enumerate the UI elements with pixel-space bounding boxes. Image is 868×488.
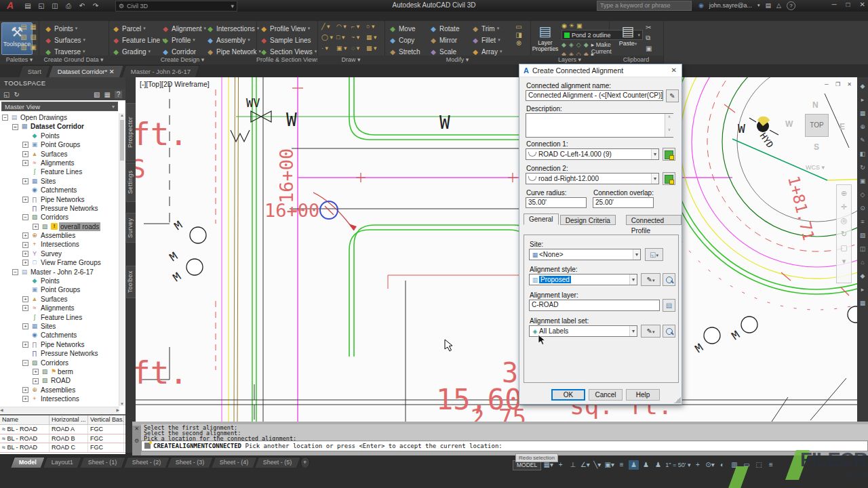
layout-tab-model[interactable]: Model [10, 457, 45, 468]
file-tab-dataset-corridor-[interactable]: Dataset Corridor* ✕ [48, 65, 124, 77]
strip-icon-11[interactable]: ▧ [860, 232, 866, 239]
pick-style-button[interactable] [663, 273, 675, 286]
draw-revcloud-icon[interactable]: ◌ ▾ [351, 45, 366, 56]
side-tab-toolbox[interactable]: Toolbox [126, 266, 136, 298]
draw-region-icon[interactable]: ▣ ▾ [336, 45, 351, 56]
panorama-icon[interactable]: ▦ [104, 91, 111, 98]
navbar-icon-3[interactable]: ↻ [841, 230, 847, 239]
layout-tab-sheet-2-[interactable]: Sheet - (2) [123, 457, 170, 468]
strip-icon-6[interactable]: ↻ [860, 164, 865, 171]
panel-label-psviews[interactable]: Profile & Section Views [256, 56, 317, 64]
column-header-1[interactable]: Horizontal ... [50, 415, 88, 424]
viewcube[interactable]: TOP [805, 114, 829, 137]
strip-icon-16[interactable]: ▦ [860, 300, 866, 306]
viewcube-south[interactable]: S [814, 142, 819, 152]
ribbon-button-assembly[interactable]: ◆Assembly▾ [206, 35, 261, 45]
dialog-title-bar[interactable]: ACreate Connected Alignment ✕ [519, 64, 682, 77]
tree-item-surfaces[interactable]: +▲Surfaces [0, 150, 119, 159]
new-site-button[interactable]: ◱▾ [645, 248, 663, 261]
tree-item-master-john-2-6-17[interactable]: −▤Master - John 2-6-17 [0, 268, 119, 277]
strip-icon-0[interactable]: ◆ [861, 83, 865, 89]
draw-spline-icon[interactable]: ~ ▾ [351, 34, 366, 45]
viewport-label[interactable]: [-][Top][2D Wireframe] [140, 80, 210, 88]
ribbon-button-rotate[interactable]: ◆Rotate [429, 23, 459, 34]
curve-radius-input[interactable]: 35.00' [526, 197, 587, 208]
tree-item-road[interactable]: +▨ROAD [0, 376, 119, 385]
ribbon-button-mirror[interactable]: ◆Mirror [429, 35, 459, 45]
tree-item-view-frame-groups[interactable]: +□View Frame Groups [0, 258, 119, 267]
ribbon-button-alignment[interactable]: ◆Alignment▾ [161, 23, 206, 34]
palette-icon-0[interactable]: ▤ [19, 23, 28, 33]
layout-tab-sheet-1-[interactable]: Sheet - (1) [79, 457, 125, 468]
edit-style-button[interactable]: ✎▾ [641, 273, 660, 286]
dialog-close-icon[interactable]: ✕ [671, 64, 677, 77]
status-isolate-icon[interactable]: ◐ [717, 460, 727, 470]
strip-icon-14[interactable]: ◆ [861, 272, 865, 279]
panel-label-modify[interactable]: Modify ▾ [384, 56, 530, 64]
overlap-input[interactable]: 25.00' [593, 197, 654, 208]
strip-icon-2[interactable]: ▦ [860, 110, 866, 117]
layer-state-icons[interactable]: ◉☀▣ [561, 22, 582, 29]
tree-item-intersections[interactable]: ++Intersections [0, 394, 119, 403]
ribbon-button-sample-lines[interactable]: ◆Sample Lines [260, 35, 317, 45]
modify-extra-icons[interactable]: ▭◨⊗ [515, 23, 523, 47]
toolspace-view-select[interactable]: Master View▾ [1, 102, 118, 111]
ribbon-button-fillet[interactable]: ◆Fillet▾ [471, 35, 502, 45]
strip-icon-9[interactable]: ⊙ [860, 205, 865, 211]
file-tab-start[interactable]: Start [18, 65, 51, 77]
navbar-icon-2[interactable]: ◎ [841, 216, 848, 225]
status-clean-screen-icon[interactable]: ⬚ [753, 460, 764, 470]
panel-label-draw[interactable]: Draw ▾ [317, 56, 384, 64]
status-ortho-icon[interactable]: ⊥ [568, 460, 578, 470]
tree-item-open-drawings[interactable]: −▤Open Drawings [0, 113, 119, 122]
alert-icon[interactable]: △ [776, 2, 781, 9]
connection1-pick-button[interactable] [663, 148, 675, 161]
dialog-tab-general[interactable]: General [524, 214, 559, 225]
ok-button[interactable]: OK [551, 389, 585, 401]
layout-tab-sheet-3-[interactable]: Sheet - (3) [167, 457, 213, 468]
command-window-sidebar[interactable]: ✕⚙ [132, 426, 141, 455]
description-scrollbar[interactable]: ∧∨ [665, 114, 673, 137]
ribbon-button-parcel[interactable]: ◆Parcel▾ [112, 23, 165, 34]
open-drawing-icon[interactable]: ◱ [3, 91, 9, 98]
tree-item-assemblies[interactable]: +⊕Assemblies [0, 386, 119, 394]
new-layout-button[interactable]: + [300, 457, 310, 468]
tree-item-intersections[interactable]: ++Intersections [0, 240, 119, 249]
column-header-0[interactable]: Name [0, 415, 50, 424]
status-isodraft-icon[interactable]: ╲▾ [592, 460, 602, 470]
tree-item-feature-lines[interactable]: ʃFeature Lines [0, 313, 119, 322]
side-tab-settings[interactable]: Settings [126, 163, 136, 202]
alignment-layer-input[interactable]: C-ROAD [529, 300, 660, 311]
minimize-button[interactable]: ─ [831, 1, 836, 8]
strip-icon-13[interactable]: ⌂ [861, 259, 864, 266]
palette-icon-2[interactable]: ▧ [19, 33, 28, 43]
table-row[interactable]: ≈ BL - ROADROAD BFGC [0, 434, 125, 444]
strip-icon-8[interactable]: ◇ [861, 191, 865, 198]
alignment-name-input[interactable]: Connected Alignment - (<[Next Counter(CP… [526, 90, 663, 101]
help-button[interactable]: Help [626, 389, 660, 401]
navbar-icon-0[interactable]: ⊕ [841, 189, 847, 198]
clipboard-icons[interactable]: ✂⧉▣ [646, 24, 652, 52]
strip-icon-1[interactable]: ▸ [861, 96, 865, 103]
draw-hatch-icon[interactable]: ▦ ▾ [366, 34, 381, 45]
ribbon-button-profile[interactable]: ◆Profile▾ [161, 35, 206, 45]
status-annot-visible-icon[interactable]: ♟ [629, 460, 639, 470]
tree-item-point-groups[interactable]: ▣Point Groups [0, 285, 119, 294]
strip-icon-10[interactable]: ≡ [861, 218, 864, 225]
tree-item-berm[interactable]: +▨⚑berm [0, 367, 119, 376]
tree-item-surfaces[interactable]: +▲Surfaces [0, 295, 119, 304]
layout-tab-sheet-5-[interactable]: Sheet - (5) [254, 457, 300, 468]
tree-item-points[interactable]: ◆Points [0, 277, 119, 285]
paste-button[interactable]: ▤ Paste▾ [613, 22, 643, 54]
ribbon-button-intersections[interactable]: ◆Intersections▾ [206, 23, 261, 34]
navigation-bar[interactable]: ⊕✛◎↻▢▾ [836, 184, 852, 283]
draw-point-icon[interactable]: · ▾ [321, 45, 336, 56]
alignment-style-select[interactable]: ▥Proposed▾ [529, 274, 637, 285]
ribbon-button-points[interactable]: ◆Points▾ [44, 23, 85, 34]
tree-item-alignments[interactable]: +≈Alignments [0, 159, 119, 167]
tree-item-catchments[interactable]: ◉Catchments [0, 186, 119, 195]
palette-icon-4[interactable]: ▥ [19, 43, 28, 54]
right-tool-strip[interactable]: ◆▸▦⊕✎◧↻▣◇⊙≡▧◫⌂◆▸▦ [857, 77, 868, 422]
draw-arc-icon[interactable]: ◠ ▾ [336, 23, 351, 34]
navbar-icon-4[interactable]: ▢ [840, 243, 847, 252]
